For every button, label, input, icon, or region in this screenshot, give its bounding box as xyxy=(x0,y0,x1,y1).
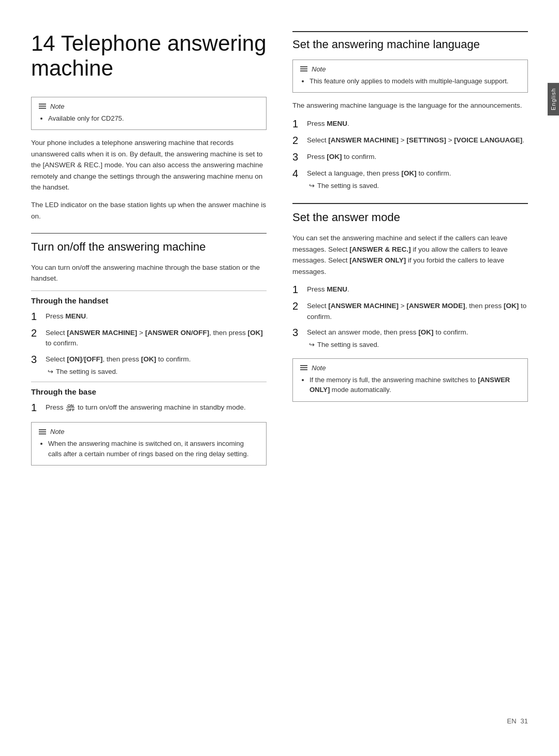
right-column: Set the answering machine language Note … xyxy=(292,31,528,707)
chapter-title: 14 Telephone answering machine xyxy=(31,31,267,81)
note-icon-2 xyxy=(39,429,46,434)
step-item: 1 Press MENU. xyxy=(292,118,528,130)
step-content: Select an answer mode, then press [OK] t… xyxy=(307,326,528,350)
step-content: Press MENU. xyxy=(307,283,528,296)
step-content: Select [ANSWER MACHINE] > [SETTINGS] > [… xyxy=(307,134,528,147)
right-note-icon-2 xyxy=(300,365,307,370)
note-line xyxy=(300,68,307,69)
step-text: Select [ON]/[OFF], then press [OK] to co… xyxy=(46,355,191,363)
result-text: The setting is saved. xyxy=(56,367,117,377)
note-item: When the answering machine is switched o… xyxy=(48,439,259,459)
steps-list-2: 1 Press ONOFF to turn on/off the answeri… xyxy=(31,401,267,414)
arrow-symbol: ↪ xyxy=(48,367,53,377)
step-result: ↪ The setting is saved. xyxy=(307,340,528,350)
section-1-body: You can turn on/off the answering machin… xyxy=(31,262,267,284)
step-number: 2 xyxy=(292,300,302,322)
right-note-item-2: If the memory is full, the answering mac… xyxy=(310,375,520,395)
step-item: 2 Select [ANSWER MACHINE] > [ANSWER MODE… xyxy=(292,300,528,322)
step-text: Select a language, then press [OK] to co… xyxy=(307,169,451,177)
note-line xyxy=(300,70,307,71)
note-line xyxy=(300,66,307,67)
note-icon-lines xyxy=(39,104,46,109)
step-number: 3 xyxy=(31,353,40,377)
section-divider-1 xyxy=(31,233,267,234)
step-number: 2 xyxy=(31,327,40,349)
right-note-header-1: Note xyxy=(300,65,520,73)
note-box-1: Note Available only for CD275. xyxy=(31,97,267,130)
right-section-divider-1 xyxy=(292,31,528,32)
step-number: 1 xyxy=(292,118,302,130)
right-section-divider-2 xyxy=(292,203,528,204)
footer-page: 31 xyxy=(521,717,528,725)
intro-text-1: Your phone includes a telephone answerin… xyxy=(31,137,267,193)
note-label-1: Note xyxy=(50,103,64,110)
step-number: 4 xyxy=(292,167,302,191)
arrow-symbol: ↪ xyxy=(309,181,315,191)
footer: EN 31 xyxy=(31,707,528,725)
intro-text-2: The LED indicator on the base station li… xyxy=(31,199,267,222)
subsection-title-1: Through the handset xyxy=(31,290,267,305)
step-number: 1 xyxy=(31,310,40,323)
right-section-title-1: Set the answering machine language xyxy=(292,37,528,52)
right-note-icon-1 xyxy=(300,66,307,71)
step-item: 3 Select [ON]/[OFF], then press [OK] to … xyxy=(31,353,267,377)
step-content: Select [ANSWER MACHINE] > [ANSWER ON/OFF… xyxy=(46,327,267,349)
right-note-box-2: Note If the memory is full, the answerin… xyxy=(292,358,528,402)
note-header-1: Note xyxy=(39,103,259,110)
note-line xyxy=(39,108,46,109)
note-line xyxy=(39,429,46,430)
note-line xyxy=(39,104,46,105)
step-text: Press MENU. xyxy=(307,285,349,293)
result-text: The setting is saved. xyxy=(317,340,379,350)
step-content: Press [OK] to confirm. xyxy=(307,151,528,163)
step-text: Press MENU. xyxy=(307,120,349,127)
note-line xyxy=(39,106,46,107)
on-off-icon: ONOFF xyxy=(66,404,75,412)
step-item: 2 Select [ANSWER MACHINE] > [SETTINGS] >… xyxy=(292,134,528,147)
content-columns: 14 Telephone answering machine Note A xyxy=(31,31,528,707)
step-content: Press MENU. xyxy=(46,310,267,323)
step-content: Press ONOFF to turn on/off the answering… xyxy=(46,401,267,414)
step-text: Select an answer mode, then press [OK] t… xyxy=(307,328,468,336)
note-line xyxy=(300,369,307,370)
arrow-symbol: ↪ xyxy=(309,340,315,350)
step-number: 1 xyxy=(292,283,302,296)
step-number: 1 xyxy=(31,401,40,414)
step-text: Select [ANSWER MACHINE] > [ANSWER MODE],… xyxy=(307,302,526,320)
right-note-icon-lines-1 xyxy=(300,66,307,71)
step-content: Select [ON]/[OFF], then press [OK] to co… xyxy=(46,353,267,377)
note-line xyxy=(39,433,46,434)
right-intro-2: You can set the answering machine and se… xyxy=(292,232,528,277)
step-item: 1 Press ONOFF to turn on/off the answeri… xyxy=(31,401,267,414)
step-content: Press MENU. xyxy=(307,118,528,130)
step-text: Press [OK] to confirm. xyxy=(307,153,376,161)
chapter-number: 14 xyxy=(31,31,55,55)
note-line xyxy=(300,367,307,368)
note-label-2: Note xyxy=(50,428,64,435)
chapter-title-text: Telephone answering machine xyxy=(31,31,267,80)
step-item: 3 Press [OK] to confirm. xyxy=(292,151,528,163)
step-number: 3 xyxy=(292,151,302,163)
step-text: Press ONOFF to turn on/off the answering… xyxy=(46,403,246,411)
note-item-1: Available only for CD275. xyxy=(48,113,259,124)
step-item: 1 Press MENU. xyxy=(31,310,267,323)
step-text: Press MENU. xyxy=(46,312,88,320)
right-note-label-1: Note xyxy=(312,65,326,73)
step-content: Select a language, then press [OK] to co… xyxy=(307,167,528,191)
step-text: Select [ANSWER MACHINE] > [SETTINGS] > [… xyxy=(307,136,524,144)
step-text: Select [ANSWER MACHINE] > [ANSWER ON/OFF… xyxy=(46,329,263,347)
step-item: 4 Select a language, then press [OK] to … xyxy=(292,167,528,191)
step-number: 2 xyxy=(292,134,302,147)
right-section-title-2: Set the answer mode xyxy=(292,210,528,225)
steps-list-1: 1 Press MENU. 2 Select [ANSWER MACHINE] … xyxy=(31,310,267,376)
step-result: ↪ The setting is saved. xyxy=(46,367,267,377)
page-container: English 14 Telephone answering machine xyxy=(0,0,559,756)
result-text: The setting is saved. xyxy=(317,181,379,191)
right-note-box-1: Note This feature only applies to models… xyxy=(292,60,528,93)
step-item: 2 Select [ANSWER MACHINE] > [ANSWER ON/O… xyxy=(31,327,267,349)
right-note-label-2: Note xyxy=(312,364,326,372)
note-icon-1 xyxy=(39,104,46,109)
note-box-2: Note When the answering machine is switc… xyxy=(31,422,267,466)
note-line xyxy=(39,431,46,432)
right-steps-1: 1 Press MENU. 2 Select [ANSWER MACHINE] … xyxy=(292,118,528,191)
